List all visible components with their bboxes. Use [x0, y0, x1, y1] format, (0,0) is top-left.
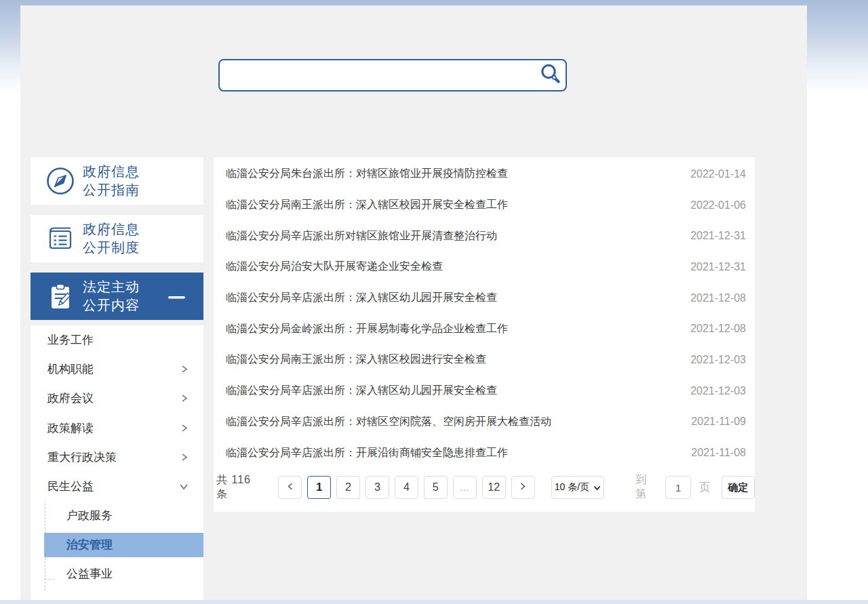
news-date: 2022-01-06	[690, 199, 746, 212]
pagination-total: 共 116 条	[216, 473, 266, 502]
news-date: 2021-12-03	[690, 385, 746, 397]
pagination-prev-button[interactable]	[278, 476, 302, 499]
menu-item-livelihood-welfare[interactable]: 民生公益	[31, 472, 203, 501]
menu-item-major-decisions[interactable]: 重大行政决策	[31, 443, 203, 472]
search-bar	[218, 59, 567, 92]
menu-item-gov-meetings[interactable]: 政府会议	[31, 384, 203, 413]
news-title-link[interactable]: 临淄公安分局辛店派出所对辖区旅馆业开展清查整治行动	[226, 229, 497, 243]
news-list-item: 临淄公安分局辛店派出所：深入辖区幼儿园开展安全检查 2021-12-03	[214, 376, 755, 407]
news-date: 2021-11-09	[691, 416, 746, 428]
sidebar-card-label: 政府信息 公开制度	[83, 220, 140, 257]
pagination-bar: 共 116 条 1 2 3 4 5 ... 12 10 条/页 到第 页	[214, 476, 755, 499]
pagination-page-3[interactable]: 3	[366, 476, 389, 499]
submenu-item-label: 治安管理	[66, 537, 113, 552]
chevron-right-icon	[180, 424, 189, 432]
sidebar-card-label: 政府信息 公开指南	[83, 163, 140, 199]
sidebar-menu-panel: 业务工作 机构职能 政府会议 政策解读 重大行政决策 民	[31, 325, 203, 603]
compass-icon	[45, 166, 75, 196]
news-date: 2021-12-08	[690, 292, 746, 304]
news-list: 临淄公安分局朱台派出所：对辖区旅馆业开展疫情防控检查 2022-01-14 临淄…	[214, 157, 755, 468]
page-size-select[interactable]: 10 条/页	[551, 476, 605, 499]
chevron-right-icon	[180, 394, 189, 403]
goto-page-group: 到第 页 确定	[635, 473, 755, 502]
pagination-page-2[interactable]: 2	[336, 476, 360, 499]
goto-page-input[interactable]	[665, 476, 691, 499]
news-title-link[interactable]: 临淄公安分局朱台派出所：对辖区旅馆业开展疫情防控检查	[226, 167, 508, 181]
pagination-page-1[interactable]: 1	[307, 476, 331, 499]
news-list-item: 临淄公安分局辛店派出所：开展沿街商铺安全隐患排查工作 2021-11-08	[214, 437, 755, 468]
sidebar-card-open-system[interactable]: 政府信息 公开制度	[31, 215, 203, 262]
search-icon	[539, 63, 561, 87]
document-icon	[45, 224, 75, 254]
chevron-left-icon	[286, 481, 294, 494]
search-input[interactable]	[220, 60, 534, 90]
menu-item-label: 政策解读	[47, 420, 94, 436]
sidebar-card-statutory-disclosure[interactable]: 法定主动 公开内容	[31, 273, 203, 320]
chevron-right-icon	[519, 481, 527, 494]
news-list-panel: 临淄公安分局朱台派出所：对辖区旅馆业开展疫情防控检查 2022-01-14 临淄…	[214, 157, 755, 512]
page-size-label: 10 条/页	[555, 481, 589, 494]
page-bottom-strip	[0, 600, 868, 604]
news-date: 2021-12-03	[690, 354, 746, 366]
sidebar-card-open-guide[interactable]: 政府信息 公开指南	[31, 157, 203, 205]
news-list-item: 临淄公安分局朱台派出所：对辖区旅馆业开展疫情防控检查 2022-01-14	[214, 159, 755, 190]
submenu-item-label: 公益事业	[66, 566, 113, 582]
menu-item-business-work[interactable]: 业务工作	[31, 325, 203, 355]
chevron-right-icon	[180, 365, 189, 374]
news-title-link[interactable]: 临淄公安分局南王派出所：深入辖区校园进行安全检查	[226, 353, 486, 367]
chevron-down-icon	[593, 482, 601, 493]
pagination-next-button[interactable]	[511, 476, 535, 499]
clipboard-pen-icon	[45, 281, 75, 311]
news-list-item: 临淄公安分局辛店派出所：对辖区空闲院落、空闲房开展大检查活动 2021-11-0…	[214, 407, 755, 438]
submenu-item-public-security[interactable]: 治安管理	[31, 530, 203, 559]
menu-item-org-functions[interactable]: 机构职能	[31, 355, 203, 384]
news-list-item: 临淄公安分局辛店派出所：深入辖区幼儿园开展安全检查 2021-12-08	[214, 283, 755, 314]
submenu-item-label: 户政服务	[66, 508, 113, 523]
submenu-item-household-services[interactable]: 户政服务	[31, 501, 203, 530]
menu-item-label: 机构职能	[47, 361, 94, 377]
news-list-item: 临淄公安分局南王派出所：深入辖区校园进行安全检查 2021-12-03	[214, 344, 755, 376]
news-title-link[interactable]: 临淄公安分局金岭派出所：开展易制毒化学品企业检查工作	[226, 322, 508, 336]
news-list-item: 临淄公安分局辛店派出所对辖区旅馆业开展清查整治行动 2021-12-31	[214, 220, 755, 251]
news-title-link[interactable]: 临淄公安分局辛店派出所：深入辖区幼儿园开展安全检查	[226, 384, 497, 398]
news-date: 2021-11-08	[691, 447, 746, 459]
news-list-item: 临淄公安分局治安大队开展寄递企业安全检查 2021-12-31	[214, 251, 755, 283]
news-date: 2022-01-14	[690, 168, 746, 180]
chevron-down-icon	[179, 482, 189, 491]
confirm-button[interactable]: 确定	[722, 476, 755, 499]
pagination-page-5[interactable]: 5	[424, 476, 448, 499]
sidebar-card-label: 法定主动 公开内容	[83, 278, 140, 315]
news-date: 2021-12-31	[690, 261, 746, 273]
pagination-page-4[interactable]: 4	[395, 476, 418, 499]
news-title-link[interactable]: 临淄公安分局辛店派出所：开展沿街商铺安全隐患排查工作	[226, 446, 508, 460]
news-title-link[interactable]: 临淄公安分局治安大队开展寄递企业安全检查	[226, 260, 443, 274]
goto-prefix-label: 到第	[635, 473, 657, 502]
pagination-ellipsis[interactable]: ...	[453, 476, 477, 499]
submenu-livelihood: 户政服务 治安管理 公益事业	[31, 501, 203, 588]
chevron-right-icon	[180, 453, 189, 462]
menu-item-label: 民生公益	[47, 479, 94, 494]
collapse-minus-icon[interactable]	[168, 290, 186, 302]
search-button[interactable]	[534, 60, 566, 90]
news-list-item: 临淄公安分局金岭派出所：开展易制毒化学品企业检查工作 2021-12-08	[214, 313, 755, 344]
news-title-link[interactable]: 临淄公安分局辛店派出所：深入辖区幼儿园开展安全检查	[226, 291, 497, 305]
menu-item-policy-interpretation[interactable]: 政策解读	[31, 414, 203, 443]
news-list-item: 临淄公安分局南王派出所：深入辖区校园开展安全检查工作 2022-01-06	[214, 190, 755, 221]
goto-suffix-label: 页	[699, 481, 710, 495]
menu-item-label: 业务工作	[47, 332, 94, 348]
menu-item-label: 重大行政决策	[47, 449, 117, 465]
menu-item-label: 政府会议	[47, 390, 94, 406]
pagination-page-12[interactable]: 12	[482, 476, 506, 499]
news-title-link[interactable]: 临淄公安分局南王派出所：深入辖区校园开展安全检查工作	[226, 198, 508, 212]
news-date: 2021-12-31	[690, 230, 746, 242]
news-title-link[interactable]: 临淄公安分局辛店派出所：对辖区空闲院落、空闲房开展大检查活动	[226, 415, 551, 429]
news-date: 2021-12-08	[690, 323, 746, 335]
submenu-item-public-welfare[interactable]: 公益事业	[31, 559, 203, 588]
